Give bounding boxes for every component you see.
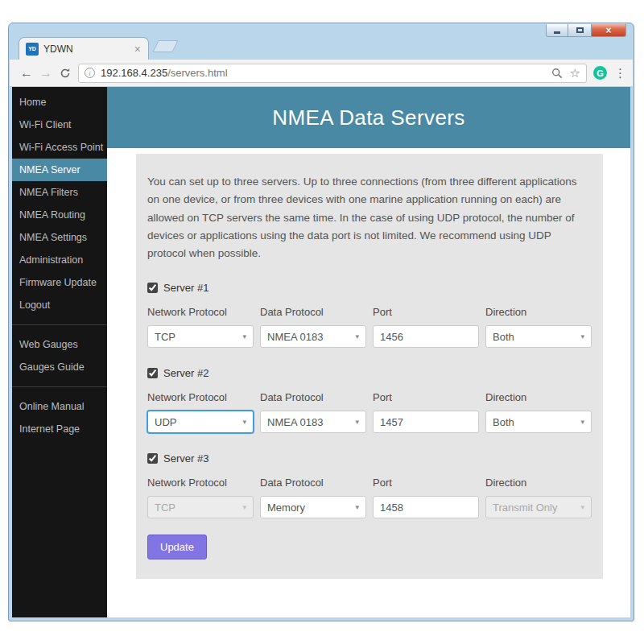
server1-checkbox[interactable]: [147, 283, 158, 293]
server2-section: Server #2 Network Protocol UDP ▾ Data Pr…: [147, 367, 592, 433]
direction-label: Direction: [485, 306, 598, 318]
server2-direction-select[interactable]: Both ▾: [485, 411, 592, 433]
sidebar-item-internet-page[interactable]: Internet Page: [12, 418, 107, 440]
sidebar-item-gauges-guide[interactable]: Gauges Guide: [12, 356, 107, 378]
server3-checkbox[interactable]: [147, 453, 158, 464]
server3-checkbox-row: Server #3: [147, 452, 592, 464]
window-maximize-button[interactable]: [568, 24, 592, 37]
server1-data-protocol-select[interactable]: NMEA 0183 ▾: [260, 325, 366, 348]
minimize-icon: [554, 31, 560, 34]
server3-section: Server #3 Network Protocol TCP ▾ Data Pr…: [147, 452, 592, 518]
sidebar-divider: [12, 386, 107, 387]
server2-checkbox-row: Server #2: [147, 367, 592, 379]
page-content: Home Wi-Fi Client Wi-Fi Access Point NME…: [12, 87, 630, 617]
server3-fields: Network Protocol TCP ▾ Data Protocol Mem…: [147, 477, 592, 518]
sidebar-item-wifi-access-point[interactable]: Wi-Fi Access Point: [12, 136, 107, 159]
reload-button[interactable]: [56, 68, 75, 79]
server2-fields: Network Protocol UDP ▾ Data Protocol NME…: [147, 391, 592, 433]
selected-value: Both: [493, 416, 514, 428]
main-area: NMEA Data Servers You can set up to thre…: [107, 87, 630, 617]
server3-network-protocol-select: TCP ▾: [147, 496, 254, 518]
selected-value: UDP: [155, 416, 176, 428]
sidebar-item-online-manual[interactable]: Online Manual: [12, 395, 107, 418]
port-label: Port: [373, 391, 485, 403]
reload-icon: [60, 68, 71, 79]
chevron-down-icon: ▾: [355, 503, 359, 511]
address-bar[interactable]: i 192.168.4.235 /servers.html ☆: [78, 64, 587, 83]
site-favicon-icon: YD: [26, 43, 39, 56]
page-info-icon[interactable]: i: [85, 68, 95, 78]
server3-port-input[interactable]: [373, 496, 479, 518]
data-protocol-label: Data Protocol: [260, 391, 373, 403]
server3-direction-select: Transmit Only ▾: [485, 496, 592, 518]
network-protocol-label: Network Protocol: [147, 306, 260, 318]
window-close-button[interactable]: ×: [591, 24, 626, 37]
selected-value: Transmit Only: [493, 502, 557, 514]
sidebar-item-firmware-update[interactable]: Firmware Update: [12, 271, 107, 294]
bookmark-star-icon[interactable]: ☆: [570, 67, 580, 79]
new-tab-button[interactable]: [152, 40, 178, 52]
server3-label: Server #3: [163, 452, 208, 464]
back-button[interactable]: ←: [17, 67, 36, 80]
browser-tab[interactable]: YD YDWN ×: [19, 37, 149, 60]
chevron-down-icon: ▾: [355, 332, 359, 341]
sidebar-item-logout[interactable]: Logout: [12, 294, 107, 316]
grammarly-extension-icon[interactable]: G: [593, 66, 607, 80]
selected-value: TCP: [155, 331, 175, 343]
port-label: Port: [373, 306, 485, 318]
chevron-down-icon: ▾: [580, 503, 584, 511]
window-minimize-button[interactable]: [546, 24, 568, 37]
server1-network-protocol-select[interactable]: TCP ▾: [147, 325, 254, 348]
network-protocol-label: Network Protocol: [147, 391, 260, 403]
browser-toolbar: ← → i 192.168.4.235 /servers.html ☆ G ⋮: [10, 60, 633, 87]
network-protocol-label: Network Protocol: [147, 477, 260, 489]
sidebar-item-nmea-server[interactable]: NMEA Server: [12, 159, 107, 181]
server2-network-protocol-select[interactable]: UDP ▾: [147, 411, 254, 433]
url-host: 192.168.4.235: [101, 67, 167, 79]
page-header: NMEA Data Servers: [107, 87, 630, 148]
sidebar-item-home[interactable]: Home: [12, 91, 107, 114]
chevron-down-icon: ▾: [242, 332, 246, 341]
direction-label: Direction: [485, 391, 598, 403]
server1-direction-select[interactable]: Both ▾: [485, 325, 592, 348]
intro-text: You can set up to three servers. Up to t…: [147, 173, 592, 262]
chevron-down-icon: ▾: [580, 332, 584, 341]
selected-value: NMEA 0183: [267, 331, 323, 343]
maximize-icon: [576, 27, 584, 33]
zoom-icon[interactable]: [551, 68, 563, 79]
selected-value: TCP: [155, 502, 175, 514]
forward-button[interactable]: →: [36, 67, 56, 80]
data-protocol-label: Data Protocol: [260, 306, 373, 318]
sidebar-item-wifi-client[interactable]: Wi-Fi Client: [12, 114, 107, 136]
server1-checkbox-row: Server #1: [147, 282, 592, 294]
browser-menu-icon[interactable]: ⋮: [614, 66, 625, 80]
sidebar-item-administration[interactable]: Administration: [12, 249, 107, 271]
update-button[interactable]: Update: [147, 535, 207, 559]
sidebar-item-nmea-settings[interactable]: NMEA Settings: [12, 226, 107, 249]
chevron-down-icon: ▾: [355, 418, 359, 426]
server1-fields: Network Protocol TCP ▾ Data Protocol NME…: [147, 306, 592, 348]
data-protocol-label: Data Protocol: [260, 477, 373, 489]
server2-port-input[interactable]: [373, 411, 479, 433]
direction-label: Direction: [485, 477, 598, 489]
settings-panel: You can set up to three servers. Up to t…: [136, 154, 603, 579]
tab-title: YDWN: [43, 43, 134, 55]
chevron-down-icon: ▾: [580, 418, 584, 426]
sidebar-item-nmea-filters[interactable]: NMEA Filters: [12, 181, 107, 204]
browser-window: × YD YDWN × ← → i 192.168.4.235 /servers…: [8, 23, 634, 621]
server2-data-protocol-select[interactable]: NMEA 0183 ▾: [260, 411, 366, 433]
selected-value: Memory: [267, 502, 305, 514]
url-path: /servers.html: [167, 67, 227, 79]
sidebar-item-nmea-routing[interactable]: NMEA Routing: [12, 204, 107, 226]
tab-close-icon[interactable]: ×: [134, 43, 142, 55]
server2-label: Server #2: [163, 367, 208, 379]
selected-value: NMEA 0183: [267, 416, 323, 428]
sidebar-item-web-gauges[interactable]: Web Gauges: [12, 333, 107, 356]
server1-port-input[interactable]: [373, 325, 479, 348]
window-controls: ×: [547, 24, 626, 37]
server3-data-protocol-select[interactable]: Memory ▾: [260, 496, 366, 518]
server2-checkbox[interactable]: [147, 368, 158, 378]
sidebar-divider: [12, 324, 107, 325]
server1-label: Server #1: [163, 282, 208, 294]
sidebar: Home Wi-Fi Client Wi-Fi Access Point NME…: [12, 87, 107, 617]
